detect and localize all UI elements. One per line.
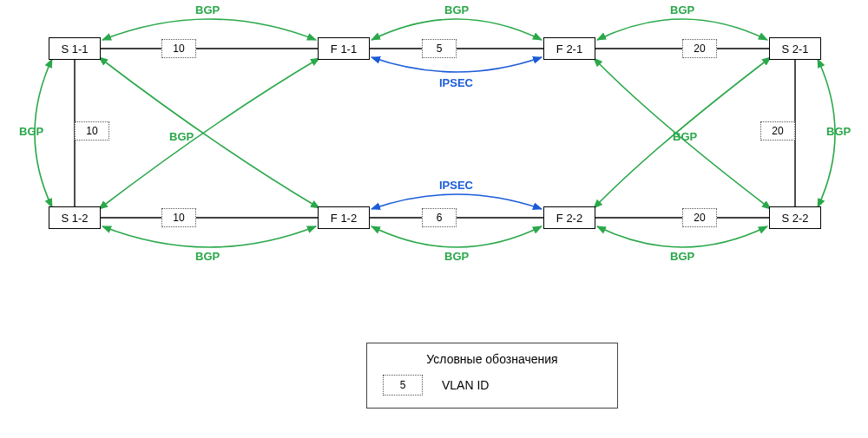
node-f-1-2: F 1-2 — [318, 206, 370, 229]
bgp-label: BGP — [670, 250, 694, 263]
network-diagram: S 1-1 F 1-1 F 2-1 S 2-1 S 1-2 F 1-2 F 2-… — [0, 0, 868, 438]
bgp-label: BGP — [673, 130, 697, 143]
node-f-2-2: F 2-2 — [543, 206, 595, 229]
vlan-f22-s22: 20 — [682, 208, 717, 227]
vlan-f21-s21: 20 — [682, 39, 717, 58]
legend-vlan-box: 5 — [383, 375, 423, 396]
legend: Условные обозначения 5 VLAN ID — [366, 343, 618, 409]
legend-row-vlan: 5 VLAN ID — [383, 375, 602, 396]
vlan-s12-f12: 10 — [161, 208, 196, 227]
bgp-label: BGP — [169, 130, 194, 143]
bgp-label: BGP — [826, 125, 851, 138]
vlan-f11-f21: 5 — [422, 39, 457, 58]
bgp-label: BGP — [195, 3, 220, 16]
vlan-s11-f11: 10 — [161, 39, 196, 58]
node-s-2-1: S 2-1 — [769, 37, 821, 60]
bgp-label: BGP — [670, 3, 694, 16]
vlan-f12-f22: 6 — [422, 208, 457, 227]
legend-vlan-label: VLAN ID — [442, 378, 489, 392]
vlan-s11-s12: 10 — [75, 121, 109, 141]
ipsec-label: IPSEC — [439, 179, 473, 192]
node-f-2-1: F 2-1 — [543, 37, 595, 60]
node-s-1-1: S 1-1 — [49, 37, 101, 60]
node-s-2-2: S 2-2 — [769, 206, 821, 229]
bgp-label: BGP — [444, 250, 469, 263]
vlan-s21-s22: 20 — [760, 121, 795, 141]
bgp-label: BGP — [444, 3, 469, 16]
bgp-label: BGP — [195, 250, 220, 263]
ipsec-label: IPSEC — [439, 76, 473, 89]
bgp-label: BGP — [19, 125, 43, 138]
legend-title: Условные обозначения — [383, 352, 602, 366]
node-f-1-1: F 1-1 — [318, 37, 370, 60]
node-s-1-2: S 1-2 — [49, 206, 101, 229]
